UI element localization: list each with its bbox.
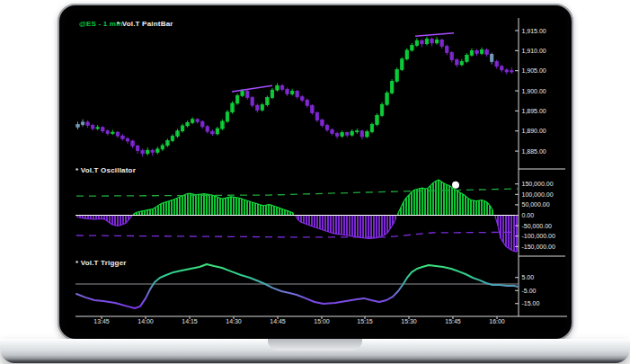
oscillator-envelope xyxy=(77,217,80,218)
oscillator-axis-label: 100,000.00 xyxy=(522,191,554,198)
price-axis-label: 1,905.00 xyxy=(522,67,546,74)
candle-body xyxy=(141,151,145,154)
laptop-base xyxy=(0,339,630,363)
candle-body xyxy=(331,129,334,133)
time-axis-label: 15:15 xyxy=(357,318,373,324)
oscillator-envelope xyxy=(479,200,482,201)
price-pane-layer xyxy=(76,33,513,157)
laptop-mockup: 1,915.001,910.001,905.001,900.001,895.00… xyxy=(0,0,630,364)
paintbar-indicator-label[interactable]: * Vol.T PaintBar xyxy=(117,20,173,28)
candle-body xyxy=(466,55,469,61)
oscillator-envelope xyxy=(147,209,150,210)
paintbar-trendline xyxy=(232,85,272,92)
candle-body xyxy=(421,40,424,44)
candle-body xyxy=(86,122,90,126)
candle-body xyxy=(376,115,379,124)
candle-body xyxy=(245,91,249,97)
candle-body xyxy=(335,133,339,136)
candle-body xyxy=(176,131,180,137)
candle-body xyxy=(111,132,115,133)
candle-body xyxy=(106,131,110,134)
candle-body xyxy=(386,93,389,104)
candle-body xyxy=(226,112,229,121)
candle-body xyxy=(131,141,135,146)
trigger-line xyxy=(76,264,518,308)
candle-body xyxy=(341,133,344,137)
candle-body xyxy=(480,49,484,53)
oscillator-envelope xyxy=(474,200,476,201)
candle-body xyxy=(126,138,129,141)
time-axis-label: 14:00 xyxy=(138,318,154,324)
oscillator-envelope xyxy=(220,199,223,200)
time-axis-label: 14:45 xyxy=(270,318,286,324)
candle-body xyxy=(290,91,294,93)
candle-body xyxy=(296,91,299,96)
oscillator-envelope xyxy=(228,197,231,198)
price-axis-label: 1,885.00 xyxy=(522,148,546,155)
candle-body xyxy=(400,59,404,70)
candle-body xyxy=(216,129,219,134)
candle-body xyxy=(495,61,499,66)
candle-body xyxy=(306,100,309,105)
candle-body xyxy=(186,122,190,126)
axes-layer xyxy=(75,18,567,316)
oscillator-envelope xyxy=(83,218,85,219)
trigger-axis-label: -5.00 xyxy=(522,288,537,294)
oscillator-envelope xyxy=(118,226,120,226)
oscillator-pane-label[interactable]: * Vol.T Oscillator xyxy=(75,166,136,174)
oscillator-envelope xyxy=(193,194,196,195)
candle-body xyxy=(445,46,448,52)
oscillator-envelope xyxy=(476,200,479,201)
candle-body xyxy=(490,54,493,61)
candle-body xyxy=(196,120,200,122)
price-axis-label: 1,910.00 xyxy=(522,48,546,54)
candle-body xyxy=(470,50,474,55)
candle-body xyxy=(91,125,94,129)
candle-body xyxy=(211,131,215,134)
candle-body xyxy=(181,126,184,131)
candle-body xyxy=(435,40,439,43)
time-axis-label: 13:45 xyxy=(93,318,110,324)
candle-body xyxy=(136,146,139,150)
oscillator-axis-label: 150,000.00 xyxy=(522,181,554,187)
oscillator-envelope xyxy=(139,211,142,212)
oscillator-envelope xyxy=(223,198,226,199)
candle-body xyxy=(345,133,349,136)
oscillator-envelope xyxy=(145,210,147,211)
oscillator-envelope xyxy=(112,225,115,226)
price-axis-label: 1,900.00 xyxy=(522,88,546,94)
oscillator-envelope xyxy=(191,193,193,194)
oscillator-envelope xyxy=(417,189,420,190)
candle-body xyxy=(251,98,254,105)
candle-body xyxy=(221,121,225,129)
trigger-pane-layer xyxy=(75,264,519,308)
candle-body xyxy=(440,40,444,46)
candle-body xyxy=(300,97,304,101)
oscillator-envelope xyxy=(514,251,517,252)
trigger-pane-label[interactable]: * Vol.T Trigger xyxy=(75,259,127,267)
candle-body xyxy=(321,120,324,126)
candle-body xyxy=(405,50,409,59)
candle-body xyxy=(166,140,170,145)
candle-body xyxy=(366,132,369,137)
oscillator-envelope xyxy=(420,188,422,189)
candle-body xyxy=(171,137,174,141)
oscillator-axis-label: 50,000.00 xyxy=(522,201,550,208)
candle-body xyxy=(325,125,329,129)
candle-body xyxy=(235,95,239,102)
candle-body xyxy=(315,113,319,120)
time-axis-label: 15:45 xyxy=(445,318,461,324)
candle-body xyxy=(311,106,315,113)
candle-body xyxy=(411,46,414,50)
candle-body xyxy=(231,103,235,112)
trigger-axis-label: 5.00 xyxy=(522,274,535,280)
candle-body xyxy=(505,70,509,72)
candle-body xyxy=(350,131,354,135)
candle-body xyxy=(156,149,160,153)
oscillator-axis-label: -150,000.00 xyxy=(522,244,555,250)
candle-body xyxy=(356,131,359,132)
oscillator-envelope xyxy=(266,205,269,206)
chart-canvas[interactable]: 1,915.001,910.001,905.001,900.001,895.00… xyxy=(0,0,630,364)
laptop-base-notch xyxy=(268,339,362,351)
time-axis-label: 15:30 xyxy=(401,318,417,324)
